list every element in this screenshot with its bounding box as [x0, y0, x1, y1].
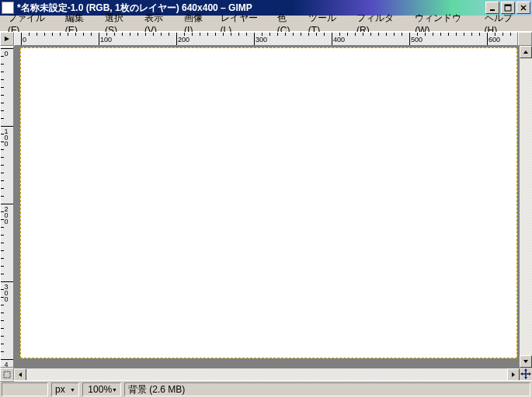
svg-marker-14	[524, 377, 527, 379]
statusbar: px ▼ 100% ▼ 背景 (2.6 MB)	[0, 380, 532, 398]
zoom-select[interactable]: 100% ▼	[82, 382, 121, 396]
navigate-icon[interactable]	[520, 368, 532, 380]
zoom-label: 100%	[88, 384, 112, 395]
canvas-viewport[interactable]	[14, 46, 519, 368]
menubar: ファイル(F)編集(E)選択(S)表示(V)画像(I)レイヤー(L)色(C)ツー…	[0, 16, 532, 32]
ruler-horizontal[interactable]: 0100200300400500600	[14, 32, 518, 46]
quickmask-toggle[interactable]	[0, 32, 14, 46]
svg-rect-8	[4, 372, 10, 378]
chevron-down-icon: ▼	[70, 387, 75, 393]
svg-marker-16	[529, 372, 531, 375]
scroll-left-button[interactable]	[14, 368, 26, 381]
svg-marker-9	[19, 372, 22, 377]
scrollbar-vertical[interactable]	[519, 46, 532, 368]
work-row: 0100200300400	[0, 46, 532, 368]
svg-marker-13	[524, 368, 527, 371]
ruler-corner-tr	[518, 32, 532, 46]
svg-marker-7	[523, 360, 528, 363]
ruler-row-top: 0100200300400500600	[0, 32, 532, 46]
svg-marker-15	[520, 372, 523, 375]
scroll-up-button[interactable]	[520, 46, 532, 58]
status-layer: 背景 (2.6 MB)	[124, 382, 530, 396]
scrollbar-horizontal[interactable]	[14, 368, 520, 380]
canvas[interactable]	[20, 47, 517, 358]
unit-label: px	[55, 384, 65, 395]
scroll-right-button[interactable]	[507, 368, 520, 381]
scroll-h-row	[0, 368, 532, 380]
scroll-down-button[interactable]	[520, 355, 532, 368]
ruler-vertical[interactable]: 0100200300400	[0, 46, 14, 368]
main-window: *名称未設定-1.0 (RGB, 1枚のレイヤー) 640x400 – GIMP…	[0, 0, 532, 398]
svg-marker-5	[5, 37, 9, 41]
scroll-h-track[interactable]	[26, 368, 507, 380]
svg-marker-10	[512, 372, 515, 377]
chevron-down-icon: ▼	[112, 387, 117, 393]
status-position	[2, 382, 48, 396]
svg-marker-6	[523, 51, 528, 54]
unit-select[interactable]: px ▼	[51, 382, 79, 396]
scroll-v-track[interactable]	[520, 58, 532, 355]
